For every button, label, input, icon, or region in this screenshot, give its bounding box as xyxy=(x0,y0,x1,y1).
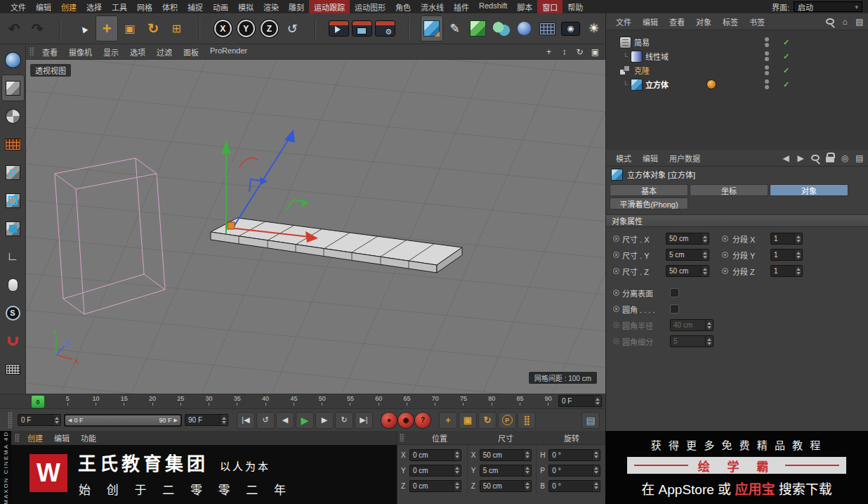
play-forwards-button[interactable]: ▶ xyxy=(296,412,314,429)
om-menu-edit[interactable]: 编辑 xyxy=(637,15,664,29)
light-button[interactable]: ☀ xyxy=(583,15,605,41)
menubar-item-animate[interactable]: 动画 xyxy=(208,0,233,14)
timeline-tick[interactable]: 30 xyxy=(202,395,217,408)
edges-mode-button[interactable] xyxy=(1,187,25,214)
spinner[interactable] xyxy=(592,481,600,491)
goto-end-button[interactable]: ▶| xyxy=(355,412,373,429)
next-frame-button[interactable]: ▶ xyxy=(315,412,334,429)
timeline-tick[interactable]: 60 xyxy=(371,395,386,408)
polygons-mode-button[interactable] xyxy=(1,215,25,242)
object-row-linear-field[interactable]: └ 线性域 ✓ xyxy=(606,49,868,63)
end-frame-field[interactable]: 90 F xyxy=(185,414,228,426)
spinner[interactable] xyxy=(701,266,709,276)
snap-toggle-button[interactable]: S xyxy=(1,299,25,326)
timeline-tick[interactable]: 50 xyxy=(315,395,330,408)
tab-object[interactable]: 对象 xyxy=(770,184,848,196)
coordinate-system-button[interactable]: ↺ xyxy=(281,15,303,41)
texture-mode-button[interactable] xyxy=(1,103,25,129)
menubar-item-file[interactable]: 文件 xyxy=(6,0,31,14)
animation-dot[interactable] xyxy=(613,306,619,312)
make-editable-button[interactable] xyxy=(1,46,25,73)
timeline-ruler[interactable]: 051015202530354045505560657075808590 0 0… xyxy=(0,394,605,408)
visibility-dots[interactable] xyxy=(765,79,769,89)
play-backwards-button[interactable]: ↺ xyxy=(256,412,275,429)
spinner[interactable] xyxy=(453,465,461,476)
viewport-menu-options[interactable]: 选项 xyxy=(124,44,151,60)
scale-tool-button[interactable]: ▣ xyxy=(119,15,141,41)
focus-icon[interactable]: ◎ xyxy=(841,153,849,163)
timeline-tick[interactable]: 15 xyxy=(117,395,132,408)
animation-dot[interactable] xyxy=(613,268,619,274)
spinner[interactable] xyxy=(701,233,709,244)
pan-view-icon[interactable]: + xyxy=(544,47,554,57)
goto-start-button[interactable]: |◀ xyxy=(237,412,255,429)
render-picture-viewer-button[interactable] xyxy=(350,15,373,41)
drag-grip[interactable] xyxy=(400,434,405,441)
menubar-item-plugins[interactable]: 插件 xyxy=(449,0,474,14)
visibility-dots[interactable] xyxy=(765,65,769,75)
menubar-item-redshift[interactable]: Redshift xyxy=(474,0,512,14)
loop-button[interactable]: ↻ xyxy=(335,412,353,429)
visibility-dots[interactable] xyxy=(765,51,769,61)
timeline-tick[interactable]: 85 xyxy=(513,395,528,408)
menubar-item-mesh[interactable]: 网格 xyxy=(132,0,157,14)
viewport-menu-filter[interactable]: 过滤 xyxy=(151,44,178,60)
solo-mode-button[interactable] xyxy=(1,271,25,298)
am-menu-mode[interactable]: 模式 xyxy=(610,151,637,165)
render-view-button[interactable] xyxy=(327,15,350,41)
size-z-coord-field[interactable]: 50 cm xyxy=(480,480,532,492)
live-selection-button[interactable]: ▲ xyxy=(72,15,95,41)
menubar-item-edit[interactable]: 编辑 xyxy=(31,0,56,14)
undo-button[interactable]: ↶ xyxy=(3,15,25,41)
rotation-h-field[interactable]: 0 ° xyxy=(548,449,600,461)
timeline-tick[interactable]: 65 xyxy=(399,395,414,408)
volume-builder-button[interactable] xyxy=(513,15,536,41)
timeline-tick[interactable]: 20 xyxy=(145,395,160,408)
menubar-item-window[interactable]: 窗口 xyxy=(537,0,563,14)
timeline-tick[interactable]: 70 xyxy=(428,395,443,408)
range-left-arrow-icon[interactable]: ◀ xyxy=(68,418,72,423)
timeline-tick[interactable]: 75 xyxy=(456,395,471,408)
timeline-tick[interactable]: 40 xyxy=(258,395,273,408)
record-position-button[interactable]: + xyxy=(439,412,457,429)
size-z-field[interactable]: 50 cm xyxy=(666,265,709,277)
object-label[interactable]: 线性域 xyxy=(645,51,669,62)
size-x-coord-field[interactable]: 50 cm xyxy=(480,449,532,461)
magnet-tool-button[interactable] xyxy=(1,328,25,354)
object-row-plain[interactable]: 简易 ✓ xyxy=(606,35,868,49)
frame-ruler[interactable]: 051015202530354045505560657075808590 xyxy=(32,395,556,408)
timeline-tick[interactable]: 90 xyxy=(541,395,556,408)
om-menu-bookmarks[interactable]: 书签 xyxy=(744,15,770,29)
menubar-item-select[interactable]: 选择 xyxy=(81,0,107,14)
animation-dot[interactable] xyxy=(613,235,619,242)
viewport-menu-panel[interactable]: 面板 xyxy=(178,44,204,60)
spinner[interactable] xyxy=(453,481,461,491)
material-menu-create[interactable]: 创建 xyxy=(22,431,48,445)
toggle-view-icon[interactable]: ▣ xyxy=(590,47,600,57)
tab-coordinates[interactable]: 坐标 xyxy=(690,184,768,196)
size-x-field[interactable]: 50 cm xyxy=(666,233,709,245)
move-tool-button[interactable]: + xyxy=(96,15,118,41)
dolly-view-icon[interactable]: ↕ xyxy=(559,47,570,57)
points-mode-button[interactable] xyxy=(1,159,25,186)
subdivision-surface-button[interactable] xyxy=(467,15,489,41)
object-label[interactable]: 简易 xyxy=(634,37,650,48)
enabled-toggle[interactable]: ✓ xyxy=(783,38,789,47)
drag-grip[interactable] xyxy=(8,412,13,428)
am-menu-userdata[interactable]: 用户数据 xyxy=(664,151,706,165)
perspective-viewport[interactable]: Y Z X 透视视图 网格间距 : 100 cm xyxy=(26,60,605,394)
lock-icon[interactable] xyxy=(826,157,834,162)
menubar-item-pipeline[interactable]: 流水线 xyxy=(416,0,449,14)
instance-button[interactable] xyxy=(490,15,513,41)
menubar-item-render[interactable]: 渲染 xyxy=(258,0,284,14)
rotation-b-field[interactable]: 0 ° xyxy=(548,480,600,492)
am-menu-edit[interactable]: 编辑 xyxy=(637,151,664,165)
model-mode-button[interactable] xyxy=(1,75,25,101)
search-icon[interactable] xyxy=(826,18,834,25)
timeline-tick[interactable]: 55 xyxy=(343,395,358,408)
om-menu-view[interactable]: 查看 xyxy=(664,15,690,29)
fillet-checkbox[interactable] xyxy=(670,304,679,314)
spinner[interactable] xyxy=(794,233,802,244)
record-scale-button[interactable]: ▣ xyxy=(459,412,477,429)
spinner[interactable] xyxy=(593,396,601,406)
